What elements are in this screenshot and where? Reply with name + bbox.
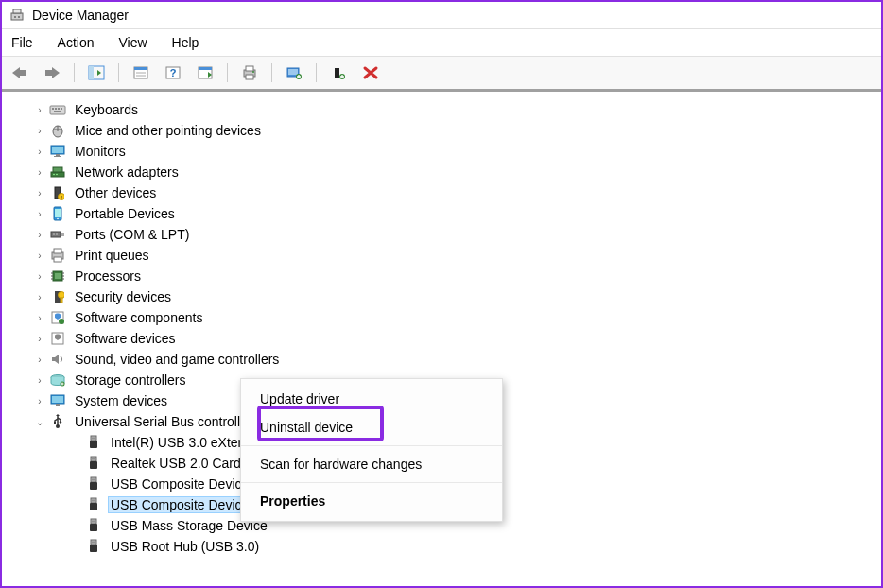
chevron-icon[interactable]: ›	[34, 125, 45, 136]
svg-rect-88	[90, 482, 97, 490]
svg-rect-23	[335, 68, 339, 78]
svg-rect-4	[19, 70, 26, 76]
chevron-icon[interactable]: ›	[34, 395, 45, 406]
tree-item-label: Other devices	[72, 184, 159, 201]
context-menu-item[interactable]: Update driver	[241, 385, 502, 413]
svg-rect-27	[55, 108, 57, 110]
tree-item[interactable]: ›Ports (COM & LPT)	[6, 224, 877, 245]
svg-rect-54	[54, 257, 61, 262]
tree-item[interactable]: ›Network adapters	[6, 162, 877, 182]
portable-icon	[49, 205, 66, 222]
toolbar: ?	[2, 57, 881, 92]
menu-file[interactable]: File	[8, 33, 37, 52]
svg-point-19	[252, 71, 254, 73]
print-button[interactable]	[237, 61, 262, 85]
usb-plug-icon	[85, 476, 102, 493]
enable-device-button[interactable]	[326, 61, 351, 85]
svg-point-41	[56, 174, 58, 176]
tree-item[interactable]: ›Portable Devices	[6, 203, 877, 224]
menu-help[interactable]: Help	[168, 33, 203, 52]
chevron-icon[interactable]: ›	[34, 208, 45, 219]
tree-item[interactable]: ›Software devices	[6, 328, 877, 349]
svg-point-50	[53, 233, 54, 234]
tree-item[interactable]: ›Mice and other pointing devices	[6, 120, 877, 141]
svg-rect-28	[58, 108, 60, 110]
chevron-icon[interactable]: ›	[34, 354, 45, 365]
chevron-icon[interactable]: ›	[34, 187, 45, 199]
menu-view[interactable]: View	[114, 33, 150, 52]
svg-rect-36	[56, 154, 60, 156]
chevron-icon[interactable]: ›	[34, 146, 45, 157]
show-hide-console-tree-button[interactable]	[84, 61, 109, 85]
tree-item[interactable]: ›Sound, video and game controllers	[6, 349, 877, 370]
svg-rect-86	[95, 458, 95, 460]
chevron-icon[interactable]: ›	[34, 270, 45, 282]
svg-rect-74	[54, 406, 61, 406]
svg-rect-37	[54, 156, 61, 157]
svg-point-40	[53, 174, 55, 176]
usb-plug-icon	[85, 434, 102, 451]
tree-item-label: Security devices	[72, 288, 174, 305]
svg-rect-89	[93, 479, 94, 481]
view-button[interactable]	[193, 61, 217, 85]
svg-rect-90	[95, 479, 95, 481]
properties-button[interactable]	[129, 61, 153, 85]
window-title: Device Manager	[32, 8, 129, 23]
svg-rect-21	[288, 69, 298, 75]
tree-item[interactable]: ›!Other devices	[6, 182, 877, 203]
chevron-icon[interactable]: ›	[34, 291, 45, 303]
tree-item-label: Universal Serial Bus controllers	[72, 413, 262, 430]
chevron-icon[interactable]: ›	[34, 166, 45, 178]
svg-rect-100	[90, 545, 97, 552]
svg-rect-53	[54, 249, 61, 253]
help-button[interactable]: ?	[161, 61, 185, 85]
toolbar-separator	[316, 63, 317, 82]
svg-point-78	[60, 421, 61, 423]
tree-item[interactable]: ›Print queues	[6, 245, 877, 266]
other-icon: !	[49, 184, 66, 201]
svg-rect-38	[51, 172, 64, 177]
svg-rect-15	[199, 67, 212, 70]
forward-button[interactable]	[40, 61, 64, 85]
update-driver-button[interactable]	[282, 61, 306, 85]
tree-item-label: Portable Devices	[72, 205, 178, 222]
context-menu-item[interactable]: Properties	[241, 487, 502, 515]
toolbar-separator	[118, 63, 119, 82]
cpu-icon	[49, 268, 66, 285]
svg-rect-102	[95, 542, 95, 544]
tree-item-label: Keyboards	[72, 101, 141, 118]
svg-rect-97	[93, 521, 94, 523]
menu-action[interactable]: Action	[54, 33, 98, 52]
tree-item[interactable]: ›Keyboards	[6, 99, 877, 120]
context-menu: Update driverUninstall deviceScan for ha…	[240, 378, 503, 522]
svg-text:?: ?	[170, 67, 177, 78]
tree-item[interactable]: ›Processors	[6, 266, 877, 286]
chevron-icon[interactable]: ›	[34, 312, 45, 323]
chevron-icon[interactable]: ›	[34, 104, 45, 115]
tree-child-item[interactable]: ›USB Root Hub (USB 3.0)	[6, 536, 877, 557]
sound-icon	[49, 351, 66, 368]
context-menu-item[interactable]: Scan for hardware changes	[241, 450, 502, 478]
svg-point-47	[57, 218, 59, 220]
tree-item-label: Storage controllers	[72, 372, 189, 389]
svg-rect-48	[51, 232, 61, 237]
tree-item-label: USB Composite Device	[108, 496, 251, 513]
tree-item[interactable]: ›Monitors	[6, 141, 877, 162]
svg-rect-46	[55, 209, 61, 217]
back-button[interactable]	[8, 61, 32, 85]
context-menu-separator	[241, 482, 502, 483]
tree-item[interactable]: ›Security devices	[6, 286, 877, 307]
context-menu-item[interactable]: Uninstall device	[241, 413, 502, 441]
network-icon	[49, 164, 66, 181]
svg-rect-9	[134, 67, 147, 70]
tree-item[interactable]: ›Software components	[6, 307, 877, 328]
tree-item-label: Ports (COM & LPT)	[72, 226, 192, 243]
svg-point-3	[18, 16, 20, 18]
chevron-icon[interactable]: ›	[34, 250, 45, 261]
chevron-icon[interactable]: ›	[34, 229, 45, 240]
svg-rect-35	[52, 147, 63, 153]
chevron-icon[interactable]: ›	[34, 374, 45, 386]
chevron-icon[interactable]: ›	[34, 333, 45, 344]
remove-device-button[interactable]	[358, 61, 383, 85]
chevron-icon[interactable]: ⌄	[34, 416, 45, 427]
